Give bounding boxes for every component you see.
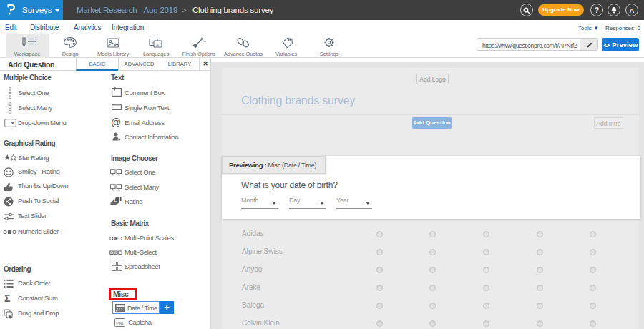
svg-text:x: x (152, 41, 154, 45)
svg-text:vsa: vsa (116, 320, 124, 325)
svg-text:A: A (156, 43, 159, 47)
